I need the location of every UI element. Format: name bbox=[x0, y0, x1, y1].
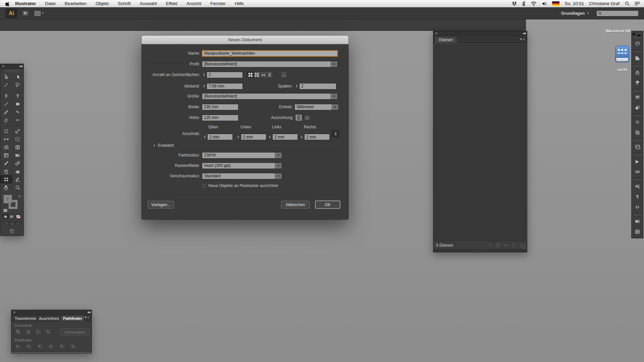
menu-illustrator[interactable]: Illustrator bbox=[15, 1, 36, 6]
fill-swatch[interactable]: ? bbox=[3, 195, 12, 203]
bluetooth-icon[interactable] bbox=[522, 1, 526, 6]
layers-list[interactable] bbox=[435, 45, 526, 241]
spacing-stepper[interactable]: ▲▼ bbox=[202, 83, 206, 89]
artboards-stepper[interactable]: ▲▼ bbox=[202, 72, 206, 78]
bleed-right-stepper[interactable]: ▲▼ bbox=[300, 134, 304, 140]
direct-selection-tool[interactable] bbox=[12, 73, 24, 81]
expand-icon[interactable]: ▶▶ bbox=[638, 34, 640, 37]
divide-icon[interactable] bbox=[15, 344, 21, 349]
actions-panel-icon[interactable]: ▶ bbox=[632, 156, 643, 167]
menu-hilfe[interactable]: Hilfe bbox=[235, 1, 244, 6]
window-resize-edge[interactable] bbox=[11, 352, 92, 353]
symbol-sprayer-tool[interactable] bbox=[0, 167, 12, 175]
hand-tool[interactable] bbox=[0, 183, 12, 191]
apple-menu-icon[interactable] bbox=[5, 1, 10, 6]
shape-builder-tool[interactable] bbox=[0, 143, 12, 151]
menu-auswahl[interactable]: Auswahl bbox=[140, 1, 157, 6]
pathfinder-panel-icon[interactable] bbox=[632, 127, 643, 138]
layers-panel-icon[interactable] bbox=[632, 142, 643, 152]
artboards-grid-panel-icon[interactable] bbox=[632, 227, 643, 237]
bleed-left-stepper[interactable]: ▲▼ bbox=[268, 134, 272, 140]
mesh-tool[interactable] bbox=[0, 151, 12, 159]
fill-stroke-widget[interactable]: ? ? ⇄ bbox=[3, 194, 21, 212]
exclude-icon[interactable] bbox=[45, 329, 51, 335]
zoom-tool[interactable] bbox=[12, 183, 24, 191]
intersect-icon[interactable] bbox=[35, 329, 41, 335]
close-icon[interactable]: ✕ bbox=[13, 311, 16, 314]
type-tool[interactable]: T bbox=[12, 92, 24, 100]
gradient-button[interactable] bbox=[9, 214, 15, 219]
bleed-right-field[interactable] bbox=[304, 134, 330, 140]
menu-bearbeiten[interactable]: Bearbeiten bbox=[65, 1, 87, 6]
profile-dropdown[interactable]: [Benutzerdefiniert] ▼ bbox=[202, 61, 338, 67]
collapse-icon[interactable]: ◀◀ bbox=[19, 65, 22, 68]
bridge-button[interactable]: Br bbox=[22, 10, 29, 16]
dock-grip[interactable] bbox=[633, 140, 641, 141]
paintbrush-tool[interactable] bbox=[0, 108, 12, 116]
menu-ansicht[interactable]: Ansicht bbox=[186, 1, 201, 6]
default-fill-stroke-icon[interactable] bbox=[3, 209, 7, 212]
templates-button[interactable]: Vorlagen... bbox=[148, 201, 174, 208]
appearance-panel-icon[interactable] bbox=[632, 117, 643, 127]
rotate-tool[interactable] bbox=[0, 127, 12, 135]
pencil-tool[interactable]: ✎ bbox=[12, 108, 24, 116]
none-button[interactable] bbox=[15, 214, 21, 219]
tab-ausrichten[interactable]: Ausrichten bbox=[37, 315, 61, 321]
links-panel-icon[interactable] bbox=[632, 167, 643, 177]
color-button[interactable] bbox=[3, 214, 8, 219]
crop-icon[interactable] bbox=[48, 344, 54, 349]
scissors-tool[interactable]: ✂ bbox=[12, 116, 24, 124]
blob-brush-tool[interactable] bbox=[0, 116, 12, 124]
menu-schrift[interactable]: Schrift bbox=[118, 1, 130, 6]
line-segment-tool[interactable] bbox=[0, 100, 12, 108]
columns-field[interactable] bbox=[299, 83, 336, 89]
close-icon[interactable]: ✕ bbox=[632, 32, 636, 37]
minus-front-icon[interactable] bbox=[25, 329, 31, 335]
spacing-field[interactable] bbox=[207, 83, 243, 89]
desktop-drive-label[interactable]: ck226 bbox=[611, 68, 633, 72]
paragraph-panel-icon[interactable]: ¶ bbox=[632, 191, 643, 202]
width-field[interactable] bbox=[202, 104, 238, 110]
scale-tool[interactable] bbox=[12, 127, 24, 135]
menu-fenster[interactable]: Fenster bbox=[210, 1, 226, 6]
character-panel-icon[interactable]: A| bbox=[632, 181, 643, 191]
desktop-drive-icon[interactable] bbox=[615, 46, 629, 62]
change-to-rtl-button[interactable]: → bbox=[280, 71, 287, 78]
menu-objekt[interactable]: Objekt bbox=[96, 1, 109, 6]
orientation-portrait-button[interactable] bbox=[295, 114, 302, 121]
selection-tool[interactable] bbox=[0, 73, 12, 81]
unite-icon[interactable] bbox=[15, 329, 21, 335]
tab-ebenen[interactable]: Ebenen bbox=[435, 36, 457, 43]
width-tool[interactable] bbox=[0, 135, 12, 143]
trim-icon[interactable] bbox=[26, 344, 32, 349]
dock-grip[interactable] bbox=[633, 154, 641, 156]
collapse-icon[interactable]: ◀◀ bbox=[87, 311, 90, 314]
volume-icon[interactable] bbox=[542, 1, 547, 6]
outline-icon[interactable] bbox=[59, 344, 65, 349]
pixel-grid-checkbox[interactable] bbox=[202, 184, 206, 188]
raster-effects-dropdown[interactable]: Hoch (300 ppi) ▼ bbox=[202, 163, 282, 169]
dock-grip[interactable] bbox=[633, 51, 641, 53]
dropbox-icon[interactable] bbox=[512, 1, 517, 6]
dock-grip[interactable] bbox=[633, 179, 641, 181]
columns-stepper[interactable]: ▲▼ bbox=[294, 83, 299, 89]
eyedropper-tool[interactable] bbox=[0, 159, 12, 167]
minus-back-icon[interactable] bbox=[70, 344, 76, 349]
perspective-grid-tool[interactable] bbox=[12, 143, 24, 151]
bleed-bottom-stepper[interactable]: ▲▼ bbox=[236, 134, 240, 140]
color-panel-icon[interactable] bbox=[632, 39, 643, 49]
draw-normal-button[interactable] bbox=[3, 221, 9, 226]
orientation-landscape-button[interactable] bbox=[304, 114, 311, 121]
stroke-panel-icon[interactable] bbox=[632, 92, 643, 103]
locate-object-icon[interactable] bbox=[488, 242, 493, 248]
pen-tool[interactable] bbox=[0, 92, 12, 100]
spotlight-search-icon[interactable] bbox=[625, 1, 630, 6]
menu-effekt[interactable]: Effekt bbox=[166, 1, 177, 6]
free-transform-tool[interactable] bbox=[12, 135, 24, 143]
grid-by-column-button[interactable] bbox=[254, 71, 260, 78]
dock-grip[interactable] bbox=[633, 65, 641, 67]
german-flag-icon[interactable] bbox=[552, 1, 559, 6]
arrange-documents-button[interactable]: ▼ bbox=[35, 11, 44, 16]
close-icon[interactable]: ✕ bbox=[435, 32, 438, 35]
artboard-tool[interactable] bbox=[0, 175, 12, 183]
